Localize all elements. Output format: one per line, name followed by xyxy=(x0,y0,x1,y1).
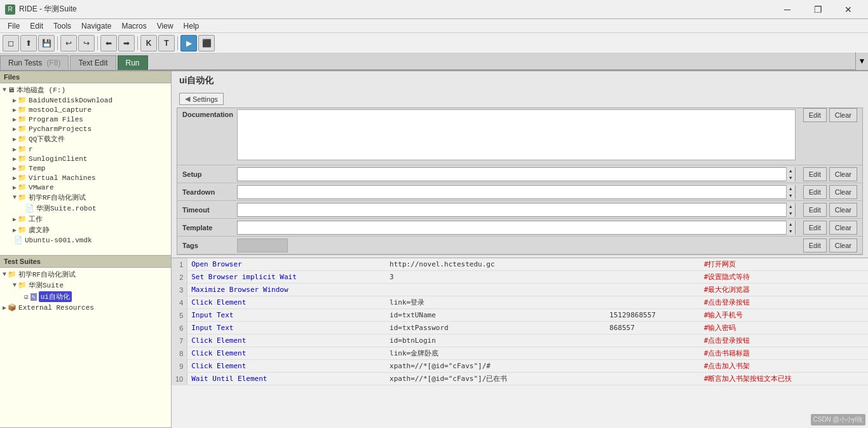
setup-spin-up[interactable]: ▲ xyxy=(786,167,795,174)
stop-button[interactable]: ⬛ xyxy=(198,35,215,52)
table-row[interactable]: 8Click Elementlink=金牌卧底#点击书籍标题 xyxy=(172,347,868,360)
tags-actions: Edit Clear xyxy=(798,238,862,252)
toolbar-btn-4[interactable]: ➡ xyxy=(118,35,135,52)
documentation-row: Documentation Edit Clear xyxy=(177,108,862,165)
step-comment: #点击登录按钮 xyxy=(700,335,868,347)
menu-tools[interactable]: Tools xyxy=(48,20,76,32)
table-row[interactable]: 3Maximize Browser Window#最大化浏览器 xyxy=(172,284,868,296)
tree-item-work[interactable]: ▶ 📁 工作 xyxy=(1,214,170,224)
tree-item-mostool[interactable]: ▶ 📁 mostool_capture xyxy=(1,105,170,114)
timeout-spin-down[interactable]: ▼ xyxy=(786,210,795,217)
new-button[interactable]: ◻ xyxy=(3,35,19,52)
table-row[interactable]: 4Click Elementlink=登录#点击登录按钮 xyxy=(172,296,868,309)
timeout-spin-up[interactable]: ▲ xyxy=(786,203,795,210)
close-button[interactable]: ✕ xyxy=(834,0,863,19)
documentation-input[interactable] xyxy=(237,109,796,160)
teardown-edit-button[interactable]: Edit xyxy=(803,185,827,199)
minimize-button[interactable]: ─ xyxy=(773,0,802,19)
settings-toggle-button[interactable]: ◀ Settings xyxy=(179,93,224,105)
toolbar-btn-3[interactable]: ⬅ xyxy=(100,35,117,52)
setup-clear-button[interactable]: Clear xyxy=(829,167,857,181)
setup-edit-button[interactable]: Edit xyxy=(803,167,827,181)
suite-tree-item-ui[interactable]: ☑ ✎ ui自动化 xyxy=(1,291,170,303)
template-input[interactable] xyxy=(238,224,786,231)
tags-clear-button[interactable]: Clear xyxy=(829,238,857,252)
table-row[interactable]: 7Click Elementid=btnLogin#点击登录按钮 xyxy=(172,335,868,347)
tree-item-vm[interactable]: ▶ 📁 Virtual Machines xyxy=(1,173,170,183)
tab-overflow-button[interactable]: ▼ xyxy=(855,52,868,70)
teardown-spin: ▲ ▼ xyxy=(786,185,795,199)
table-row[interactable]: 9Click Elementxpath=//*[@id="cFavs"]/##点… xyxy=(172,360,868,373)
tree-item-vmware[interactable]: ▶ 📁 VMware xyxy=(1,183,170,192)
table-row[interactable]: 5Input Textid=txtUName15129868557#输入手机号 xyxy=(172,309,868,322)
tree-item-ubuntu[interactable]: 📄 Ubuntu-s001.vmdk xyxy=(1,235,170,245)
table-row[interactable]: 10Wait Until Elementxpath=//*[@id="cFavs… xyxy=(172,373,868,385)
tags-edit-button[interactable]: Edit xyxy=(803,238,827,252)
documentation-content xyxy=(234,108,798,163)
menu-edit[interactable]: Edit xyxy=(25,20,48,32)
teardown-input[interactable] xyxy=(238,188,786,196)
redo-button[interactable]: ↪ xyxy=(78,35,95,52)
documentation-clear-button[interactable]: Clear xyxy=(829,108,857,122)
table-row[interactable]: 2Set Browser implicit Wait3#设置隐式等待 xyxy=(172,271,868,284)
tab-run-tests[interactable]: Run Tests (F8) xyxy=(0,55,69,70)
timeout-actions: Edit Clear xyxy=(798,203,862,217)
step-number: 4 xyxy=(172,296,187,309)
setup-actions: Edit Clear xyxy=(798,167,862,181)
template-spin-up[interactable]: ▲ xyxy=(786,221,795,228)
template-edit-button[interactable]: Edit xyxy=(803,221,827,235)
template-spin-down[interactable]: ▼ xyxy=(786,228,795,235)
teardown-spin-up[interactable]: ▲ xyxy=(786,185,795,192)
window-controls: ─ ❐ ✕ xyxy=(773,0,863,19)
toolbar-T[interactable]: T xyxy=(158,35,175,52)
table-row[interactable]: 6Input Textid=txtPassword868557#输入密码 xyxy=(172,322,868,335)
suite-tree-item-root[interactable]: ▼ 📁 初学RF自动化测试 xyxy=(1,269,170,280)
table-row[interactable]: 1Open Browserhttp://novel.hctestedu.gc#打… xyxy=(172,258,868,271)
timeout-edit-button[interactable]: Edit xyxy=(803,203,827,217)
window-title: RIDE - 华测Suite xyxy=(19,4,773,15)
tree-item-local-disk[interactable]: ▼ 🖥 本地磁盘 (F:) xyxy=(1,85,170,95)
tab-run[interactable]: Run xyxy=(118,55,148,70)
menu-help[interactable]: Help xyxy=(179,20,205,32)
tree-item-r[interactable]: ▶ 📁 r xyxy=(1,144,170,154)
tree-item-sunlogin[interactable]: ▶ 📁 SunloginClient xyxy=(1,154,170,163)
step-arg-0: link=金牌卧底 xyxy=(386,347,606,360)
tab-text-edit[interactable]: Text Edit xyxy=(70,55,116,70)
suite-tree-item-huace[interactable]: ▼ 📁 华测Suite xyxy=(1,280,170,291)
setup-input[interactable] xyxy=(238,170,786,178)
main-layout: Files ▼ 🖥 本地磁盘 (F:) ▶ 📁 BaiduNetdiskDown… xyxy=(0,71,868,428)
run-button[interactable]: ▶ xyxy=(180,35,197,52)
documentation-edit-button[interactable]: Edit xyxy=(803,108,827,122)
toolbar-separator-4 xyxy=(177,36,178,50)
teardown-clear-button[interactable]: Clear xyxy=(829,185,857,199)
menu-navigate[interactable]: Navigate xyxy=(76,20,116,32)
suites-tree: ▼ 📁 初学RF自动化测试 ▼ 📁 华测Suite ☑ ✎ ui自动化 ▶ 📦 xyxy=(0,268,171,428)
menu-file[interactable]: File xyxy=(3,20,25,32)
tree-item-program[interactable]: ▶ 📁 Program Files xyxy=(1,114,170,124)
settings-form: Documentation Edit Clear Setup ▲ xyxy=(177,107,863,255)
template-spin: ▲ ▼ xyxy=(786,221,795,235)
documentation-label: Documentation xyxy=(177,108,234,121)
undo-button[interactable]: ↩ xyxy=(60,35,77,52)
tree-item-yu[interactable]: ▶ 📁 虞文静 xyxy=(1,224,170,235)
menu-view[interactable]: View xyxy=(152,20,179,32)
tree-item-temp[interactable]: ▶ 📁 Temp xyxy=(1,163,170,173)
tree-item-baidu[interactable]: ▶ 📁 BaiduNetdiskDownload xyxy=(1,95,170,105)
suite-tree-item-external[interactable]: ▶ 📦 External Resources xyxy=(1,303,170,312)
open-button[interactable]: ⬆ xyxy=(20,35,37,52)
timeout-clear-button[interactable]: Clear xyxy=(829,203,857,217)
setup-spin-down[interactable]: ▼ xyxy=(786,174,795,181)
step-comment: #点击登录按钮 xyxy=(700,296,868,309)
tree-item-rfdemo[interactable]: ▼ 📁 初学RF自动化测试 xyxy=(1,192,170,203)
tree-item-pycharm[interactable]: ▶ 📁 PycharmProjects xyxy=(1,124,170,134)
teardown-spin-down[interactable]: ▼ xyxy=(786,192,795,199)
menu-macros[interactable]: Macros xyxy=(116,20,151,32)
template-clear-button[interactable]: Clear xyxy=(829,221,857,235)
tree-item-qq[interactable]: ▶ 📁 QQ下载文件 xyxy=(1,134,170,144)
maximize-button[interactable]: ❐ xyxy=(803,0,832,19)
timeout-input[interactable] xyxy=(238,206,786,214)
tree-item-huace-robot[interactable]: 📄 华测Suite.robot xyxy=(1,203,170,214)
save-button[interactable]: 💾 xyxy=(38,35,55,52)
tags-box[interactable] xyxy=(237,238,288,252)
toolbar-K[interactable]: K xyxy=(140,35,157,52)
